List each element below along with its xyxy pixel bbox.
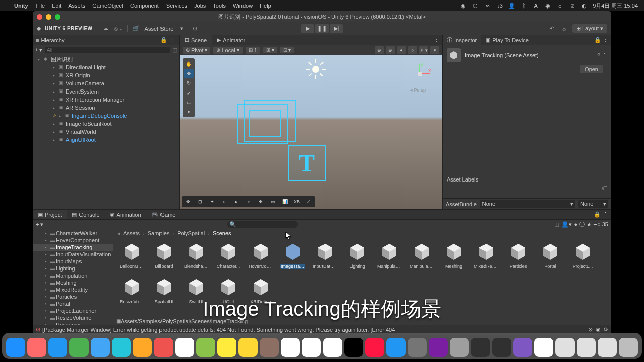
undo-history-icon[interactable]: ↶ [548,24,557,33]
asset-store-button[interactable]: Asset Store [145,26,174,32]
tool-3[interactable]: ✦ [207,197,218,206]
project-asset[interactable]: Blendshapes [184,241,209,269]
menu-gameobject[interactable]: GameObject [92,3,123,9]
menu-services[interactable]: Services [166,3,187,9]
lock-icon[interactable]: 🔒 [594,211,601,218]
hierarchy-item[interactable]: ▸▣ XR Interaction Manager [33,96,179,104]
hierarchy-item[interactable]: ▸▣ XR Origin [33,71,179,79]
help-icon[interactable]: ? ⋮ [597,52,607,59]
breadcrumb-segment[interactable]: Assets [123,230,140,236]
dock-app-14[interactable] [302,338,321,357]
local-dropdown[interactable]: ⊕Local ▾ [213,47,242,54]
hex-icon[interactable]: ⬡ [472,2,479,9]
project-folder[interactable]: ▸▬Meshing [33,279,113,286]
directional-light-gizmo[interactable] [306,59,326,79]
camera-icon[interactable]: ⊕ [375,46,384,54]
project-search-input[interactable] [227,221,298,228]
rect-tool[interactable]: ▭ [184,98,194,107]
dock-app-11[interactable] [238,338,258,357]
slider-track[interactable]: ━○ 35 [594,221,608,228]
hierarchy-search-input[interactable] [45,47,170,53]
project-asset[interactable]: MixedReality [473,241,499,269]
dock-app-2[interactable] [48,338,67,357]
dock-app-5[interactable] [112,338,131,357]
hierarchy-item[interactable]: ⚠▸▣ IngameDebugConsole [33,112,179,120]
hierarchy-item[interactable]: ▸▣ EventSystem [33,87,179,96]
dock-app-22[interactable] [471,338,490,357]
layers-dropdown[interactable]: ⊞ Layout ▾ [572,24,607,33]
grid-scale[interactable]: ⊞ 1 [246,47,260,54]
tool-10[interactable]: ✓ [303,197,314,206]
project-asset[interactable]: Manipulatio... [409,241,434,269]
search-icon[interactable]: ⌕ [560,24,569,33]
lock-icon[interactable]: 🔒 [160,37,167,44]
maximize-window-button[interactable] [55,14,60,20]
menu-component[interactable]: Component [130,3,159,9]
save-icon[interactable]: ● [574,221,577,227]
scene-view[interactable]: ✋ ✥ ↻ ⤢ ▭ ✦ yx ◂ Persp [180,55,442,209]
dock-app-17[interactable] [365,338,384,357]
tool-5[interactable]: ▸ [231,197,242,206]
project-asset[interactable]: Character... [216,241,241,269]
tool-7[interactable]: ✥ [255,197,266,206]
bluetooth-icon[interactable]: ᛒ [520,2,527,9]
dock-app-26[interactable] [555,338,575,357]
menu-tools[interactable]: Tools [213,3,226,9]
tool-8[interactable]: ▭ [267,197,278,206]
tool-4[interactable]: ○ [219,197,230,206]
scene-object-debug-console[interactable] [237,104,288,144]
project-folder[interactable]: ▸▬Portal [33,300,113,307]
project-asset[interactable]: HoverCom... [248,241,273,269]
label-tag-icon[interactable]: 🏷 [447,185,607,191]
dock-app-3[interactable] [69,338,89,357]
close-window-button[interactable] [37,14,42,20]
dock-app-1[interactable] [27,338,46,357]
hierarchy-item[interactable]: ▸▣ VolumeCamera [33,79,179,87]
project-asset[interactable]: ProjectL... [570,241,595,269]
menu-edit[interactable]: Edit [52,3,61,9]
breadcrumb-segment[interactable]: PolySpatial [177,230,205,236]
dock-app-18[interactable] [386,338,406,357]
project-tab[interactable]: ▣ Project [33,210,67,219]
hierarchy-item[interactable]: ▸▣ Directional Light [33,63,179,71]
console-tab[interactable]: ▤ Console [67,210,104,219]
project-asset[interactable]: ImageTrack... [280,241,305,269]
breadcrumb-segment[interactable]: Scenes [213,230,231,236]
error-icon[interactable]: ⊘ [36,326,40,333]
snap-icon[interactable]: ⊞ ▾ [263,47,277,53]
project-asset[interactable]: BalloonGall... [119,241,144,269]
move-tool[interactable]: ✥ [184,69,194,78]
cart-icon[interactable]: 🛒 [132,24,141,33]
project-asset[interactable]: Meshing [441,241,466,269]
globe-icon[interactable]: ⊕ [386,46,395,54]
project-asset[interactable]: Particles [506,241,531,269]
tool-xb[interactable]: XB [291,197,302,206]
dock-app-23[interactable] [492,338,511,357]
play-to-device-tab[interactable]: ▣ Play To Device [481,35,533,45]
refresh-icon[interactable]: ⟳ [604,326,608,333]
hierarchy-item[interactable]: ▸▣ ImageToScanRoot [33,120,179,128]
dock-app-15[interactable] [323,338,342,357]
create-asset-dropdown[interactable]: + ▾ [36,221,43,228]
lock-icon[interactable]: 🔒 ⋮ [591,37,611,43]
pivot-dropdown[interactable]: ⊕Pivot ▾ [183,47,210,54]
project-folder[interactable]: ▸▬CharacterWalker [33,230,113,237]
transform-tool[interactable]: ✦ [184,107,194,116]
tool-6[interactable]: ⌕ [243,197,254,206]
animation-tab[interactable]: ◉ Animation [105,210,146,219]
dock-app-7[interactable] [154,338,173,357]
project-folder[interactable]: ▸▬ProjectLauncher [33,307,113,314]
project-folder[interactable]: ▸▬Lighting [33,265,113,272]
project-folder[interactable]: ▸▬InputDataVisualization [33,251,113,258]
vcs-icon[interactable]: ⎋ ▾ [114,24,123,33]
hierarchy-item[interactable]: ▸▣ AlignUIRoot [33,136,179,144]
project-folder[interactable]: ▸▬Manipulation [33,272,113,279]
tool-9[interactable]: 📊 [279,197,290,206]
scene-object-text[interactable]: T [288,145,326,181]
inspector-tab[interactable]: ⓘ Inspector [443,35,481,45]
dock-app-12[interactable] [260,338,279,357]
search-type-icon[interactable]: ◫ [172,47,177,53]
2d-toggle[interactable]: ○ [408,46,417,54]
record-icon[interactable]: ◉ [460,2,467,9]
dock-app-6[interactable] [133,338,152,357]
